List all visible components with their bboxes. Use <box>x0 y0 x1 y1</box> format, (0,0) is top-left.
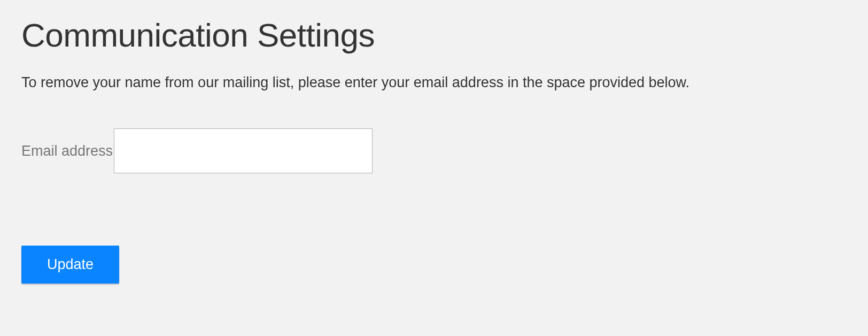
page-title: Communication Settings <box>21 16 847 54</box>
update-button[interactable]: Update <box>21 246 119 284</box>
email-form-row: Email address <box>21 128 847 173</box>
email-label: Email address <box>21 143 113 159</box>
description-text: To remove your name from our mailing lis… <box>21 74 847 91</box>
email-field[interactable] <box>114 128 373 173</box>
